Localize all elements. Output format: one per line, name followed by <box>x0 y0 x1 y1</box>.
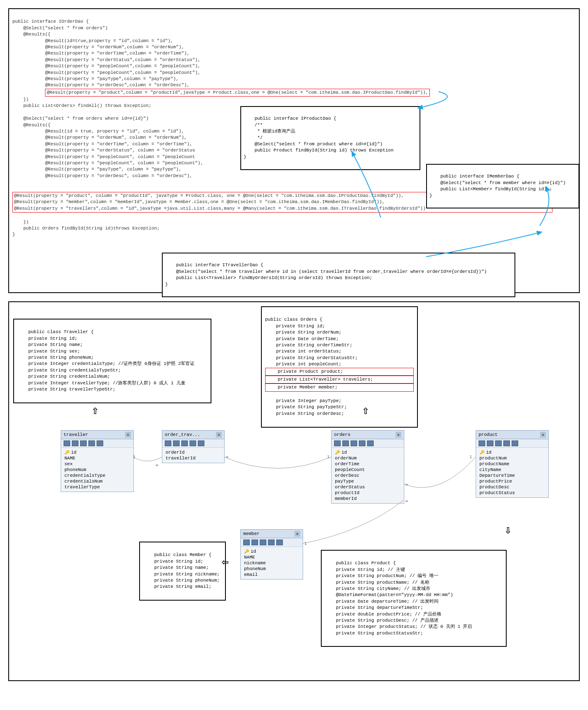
close-icon[interactable]: ✕ <box>125 432 131 438</box>
column: credentialsNum <box>64 478 130 484</box>
orders-travellers-field: private List<Traveller> travellers; <box>265 376 414 383</box>
line: @Result(property = "travellers",column =… <box>14 206 426 211</box>
column: productDesc <box>479 484 545 490</box>
line: public interface IOrderDao { <box>12 19 89 24</box>
line: @Result(property = "peopleCount",column … <box>12 64 200 69</box>
table-title: order_trav... <box>165 432 200 437</box>
svg-text:∞: ∞ <box>226 455 228 459</box>
svg-text:1: 1 <box>469 455 472 459</box>
column: travellerId <box>166 455 221 461</box>
arrow-icon: ⇩ <box>505 523 512 537</box>
line: @Select("select * from orders where id=#… <box>12 116 149 121</box>
close-icon[interactable]: ✕ <box>216 432 222 438</box>
line: @Result(property = "peopleCount", column… <box>12 154 195 159</box>
member-table: member✕ 🔑idNAMEnicknamephoneNumemail <box>240 529 303 580</box>
product-cols: 🔑idproductNumproductNamecityNameDepartur… <box>476 448 548 497</box>
close-icon[interactable]: ✕ <box>294 531 300 537</box>
column: peopleCount <box>335 467 401 473</box>
line: @Result(property = "orderNum", column = … <box>12 135 187 140</box>
column: productStatus <box>479 490 545 496</box>
column: 🔑id <box>64 450 130 455</box>
traveller-cols: 🔑idNAMEsexphoneNumcredentialsTypecredent… <box>61 448 133 492</box>
column: productPrice <box>479 478 545 484</box>
toolbar-row <box>241 538 303 547</box>
product-table: product✕ 🔑idproductNumproductNamecityNam… <box>476 430 549 498</box>
column: orderDesc <box>335 473 401 478</box>
line: @Result(property = "payType", column = "… <box>12 167 181 172</box>
line: @Select("select * from orders") <box>12 26 108 31</box>
column: travellerType <box>64 484 130 490</box>
line: @Result(property = "peopleCount",column … <box>12 70 200 75</box>
line: }) <box>12 97 29 102</box>
column: 🔑id <box>244 549 299 554</box>
iproductdao-inset: public interface IProductDao { /** * 根据i… <box>240 106 420 170</box>
member-class-code: public class Member { private String id;… <box>143 552 220 589</box>
toolbar-row <box>332 439 404 448</box>
traveller-class-box: public class Traveller { private String … <box>13 319 211 403</box>
line: @Result(property = "peopleCount", column… <box>12 161 203 166</box>
column: productNum <box>479 455 545 461</box>
line: @Result(property = "orderDesc", column =… <box>12 173 192 178</box>
line: @Result(property = "product",column = "p… <box>47 90 428 95</box>
top-code-panel: public interface IOrderDao { @Select("se… <box>8 8 580 293</box>
orders-product-field: private Product product; <box>265 368 414 376</box>
toolbar-row <box>162 439 224 448</box>
order-traveller-table: order_trav...✕ orderIdtravellerId <box>162 430 225 463</box>
imemberdao-inset: public interface IMemberDao { @Select("s… <box>426 164 579 208</box>
table-title: product <box>479 432 498 437</box>
orders-table: orders✕ 🔑idorderNumorderTimepeopleCounto… <box>331 430 404 504</box>
highlighted-result-product: @Result(property = "product",column = "p… <box>45 89 430 97</box>
member-cols: 🔑idNAMEnicknamephoneNumemail <box>241 547 303 579</box>
line: @Result(property = "orderTime",column = … <box>12 51 190 56</box>
traveller-class-code: public class Traveller { private String … <box>17 329 194 392</box>
line: } <box>12 232 15 237</box>
column: nickname <box>244 560 299 566</box>
svg-text:∞: ∞ <box>405 483 408 487</box>
member-class-box: public class Member { private String id;… <box>139 542 226 601</box>
line: }) <box>12 220 29 225</box>
line: @Result(property = "product", column = "… <box>14 193 404 198</box>
table-title: traveller <box>64 432 88 437</box>
svg-text:1: 1 <box>304 542 307 546</box>
column: NAME <box>64 455 130 461</box>
line: @Result(property = "orderStatus", column… <box>12 148 195 153</box>
imemberdao-code: public interface IMemberDao { @Select("s… <box>429 174 566 198</box>
line: @Result(property = "orderTime", column =… <box>12 142 192 147</box>
column: 🔑id <box>479 450 545 455</box>
itravellerdao-inset: public interface ITravellerDao { @Select… <box>162 253 515 297</box>
product-class-box: public class Product { private String id… <box>321 550 507 647</box>
table-title: member <box>243 531 260 536</box>
line: @Result(id = true, property = "id", colu… <box>12 129 184 134</box>
traveller-table: traveller✕ 🔑idNAMEsexphoneNumcredentials… <box>61 430 134 492</box>
close-icon[interactable]: ✕ <box>540 432 546 438</box>
orders-class-top: public class Orders { private String id;… <box>265 317 358 367</box>
toolbar-row <box>476 439 548 448</box>
orders-class-box: public class Orders { private String id;… <box>261 306 418 428</box>
svg-text:∞: ∞ <box>405 499 408 504</box>
line: public Orders findById(String id)throws … <box>12 226 159 231</box>
column: orderTime <box>335 461 401 467</box>
itravellerdao-code: public interface ITravellerDao { @Select… <box>165 263 487 286</box>
line: @Result(id=true,property = "id",column =… <box>12 38 173 43</box>
column: credentialsType <box>64 473 130 478</box>
orders-class-bot: private Integer payType; private String … <box>265 398 347 416</box>
line: @Result(property = "orderDesc",column = … <box>12 83 190 88</box>
column: email <box>244 572 299 577</box>
arrow-icon: ⇧ <box>362 403 369 417</box>
column: orderId <box>166 450 221 455</box>
column: orderNum <box>335 455 401 461</box>
line: @Result(property = "orderNum",column = "… <box>12 45 184 50</box>
column: orderStatus <box>335 484 401 490</box>
close-icon[interactable]: ✕ <box>396 432 401 438</box>
column: productName <box>479 461 545 467</box>
line: public List<Orders> findAll() throws Exc… <box>12 103 152 108</box>
ordertrav-cols: orderIdtravellerId <box>162 448 224 463</box>
column: 🔑id <box>335 450 401 455</box>
toolbar-row <box>61 439 133 448</box>
svg-text:1: 1 <box>327 455 330 459</box>
column: phoneNum <box>244 566 299 572</box>
column: phoneNum <box>64 467 130 473</box>
product-class-code: public class Product { private String id… <box>325 561 472 635</box>
line: @Result(property = "orderStatus",column … <box>12 57 200 62</box>
iproductdao-code: public interface IProductDao { /** * 根据i… <box>244 116 394 159</box>
